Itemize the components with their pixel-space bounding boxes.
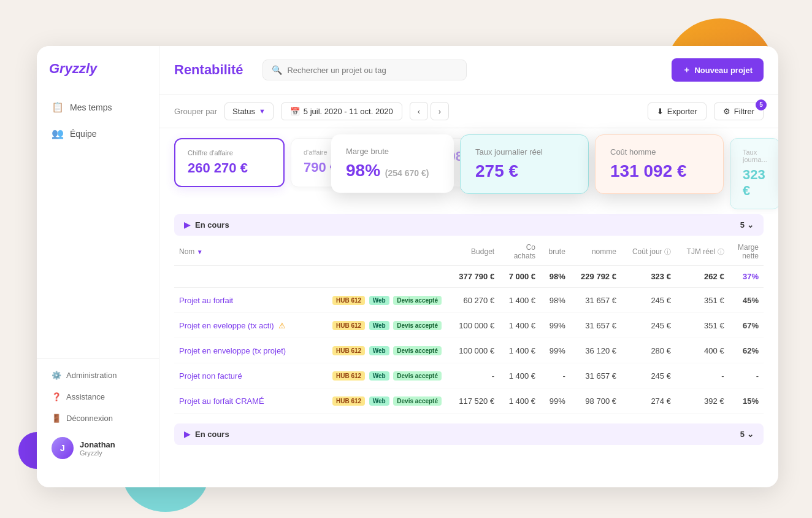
project-link[interactable]: Projet au forfait xyxy=(179,296,233,305)
summary-cout-homme: 229 792 € xyxy=(570,266,621,288)
cout-jour: 245 € xyxy=(621,313,676,338)
group-label: En cours xyxy=(195,430,229,439)
tag-devis: Devis accepté xyxy=(393,321,442,330)
group-arrow-icon: ▶ xyxy=(184,220,190,230)
next-arrow-button[interactable]: › xyxy=(431,102,449,120)
kpi-taux-value: 323 € xyxy=(743,167,767,199)
sidebar-bottom: ⚙️ Administration ❓ Assistance 🚪 Déconne… xyxy=(37,358,159,473)
date-range-value: 5 juil. 2020 - 11 oct. 2020 xyxy=(304,107,393,116)
sidebar-item-assistance[interactable]: ❓ Assistance xyxy=(44,388,151,406)
calendar-icon: 📅 xyxy=(290,107,300,116)
filter-label: Filtrer xyxy=(734,107,754,116)
help-icon: ❓ xyxy=(52,392,61,401)
marge-nette: 62% xyxy=(729,338,764,363)
group-en-cours-2[interactable]: ▶ En cours 5 ⌄ xyxy=(174,423,764,445)
deconnexion-label: Déconnexion xyxy=(66,414,113,423)
budget: 117 520 € xyxy=(448,388,499,414)
project-link[interactable]: Projet en enveloppe (tx projet) xyxy=(179,346,286,355)
marge-brute: 99% xyxy=(540,313,570,338)
summary-budget: 377 790 € xyxy=(448,266,499,288)
group-by-dropdown[interactable]: Status ▼ xyxy=(224,102,274,120)
user-name: Jonathan xyxy=(80,440,115,449)
sidebar-item-administration[interactable]: ⚙️ Administration xyxy=(44,366,151,384)
summary-tjm: 262 € xyxy=(676,266,729,288)
group-en-cours-1[interactable]: ▶ En cours 5 ⌄ xyxy=(174,214,764,236)
kpi-card-taux-partial: Taux journa... 323 € xyxy=(730,138,778,209)
chevron-down-icon: ▼ xyxy=(259,107,266,115)
page-title: Rentabilité xyxy=(174,62,243,78)
search-bar: 🔍 xyxy=(262,60,466,80)
project-link[interactable]: Projet au forfait CRAMÉ xyxy=(179,396,264,406)
sort-icon: ▼ xyxy=(197,249,203,255)
kpi-ca-label: Chiffre d'affaire xyxy=(188,149,271,157)
sidebar-item-equipe-label: Équipe xyxy=(70,129,97,139)
col-header-cout-homme: nomme xyxy=(570,238,621,266)
tag-web: Web xyxy=(369,321,389,330)
budget: 100 000 € xyxy=(448,313,499,338)
tag-hub: HUB 612 xyxy=(332,371,365,381)
info-icon[interactable]: ⓘ xyxy=(664,248,671,255)
marge-nette: - xyxy=(729,363,764,388)
tag-hub: HUB 612 xyxy=(332,296,365,305)
popup-cout-homme: Coût homme 131 092 € xyxy=(595,134,724,194)
export-label: Exporter xyxy=(667,107,697,116)
summary-achats: 7 000 € xyxy=(499,266,540,288)
filter-button[interactable]: ⚙ Filtrer 5 xyxy=(714,102,764,120)
budget: 100 000 € xyxy=(448,338,499,363)
achats: 1 400 € xyxy=(499,363,540,388)
project-link[interactable]: Projet en eveloppe (tx acti) xyxy=(179,321,274,330)
cout-homme: 31 657 € xyxy=(570,313,621,338)
group-count: 5 ⌄ xyxy=(740,220,754,230)
col-header-achats: Coachats xyxy=(499,238,540,266)
sidebar-item-equipe[interactable]: 👥 Équipe xyxy=(44,122,151,145)
assistance-label: Assistance xyxy=(66,392,105,401)
kpi-area: Chiffre d'affaire 260 270 € d'affaire 79… xyxy=(159,128,778,214)
tag-web: Web xyxy=(369,296,389,305)
toolbar: Grouper par Status ▼ 📅 5 juil. 2020 - 11… xyxy=(159,95,778,128)
table-area: ▶ En cours 5 ⌄ Nom ▼ Budget Coachats xyxy=(159,214,778,487)
project-link[interactable]: Projet non facturé xyxy=(179,371,242,381)
tjm: 351 € xyxy=(676,313,729,338)
search-input[interactable] xyxy=(287,66,457,75)
sidebar: Gryzzly 📋 Mes temps 👥 Équipe ⚙️ Administ… xyxy=(37,46,159,487)
budget: - xyxy=(448,363,499,388)
tjm-reel-label: Taux journalier réel xyxy=(475,147,573,157)
marge-nette: 45% xyxy=(729,288,764,313)
app-logo: Gryzzly xyxy=(49,61,97,76)
avatar: J xyxy=(52,437,74,459)
group-by-label: Grouper par xyxy=(174,107,217,116)
cout-jour: 245 € xyxy=(621,363,676,388)
user-info: Jonathan Gryzzly xyxy=(80,440,115,457)
tag-devis: Devis accepté xyxy=(393,346,442,355)
summary-marge-brute: 98% xyxy=(540,266,570,288)
sidebar-item-mes-temps[interactable]: 📋 Mes temps xyxy=(44,95,151,119)
export-icon: ⬇ xyxy=(657,107,664,116)
date-range-button[interactable]: 📅 5 juil. 2020 - 11 oct. 2020 xyxy=(281,102,402,120)
marge-brute-value: 98% (254 670 €) xyxy=(346,161,439,180)
cout-homme: 36 120 € xyxy=(570,338,621,363)
tag-devis: Devis accepté xyxy=(393,371,442,381)
user-row: J Jonathan Gryzzly xyxy=(44,431,151,465)
group-arrow-icon: ▶ xyxy=(184,430,190,439)
prev-arrow-button[interactable]: ‹ xyxy=(410,102,428,120)
sidebar-item-deconnexion[interactable]: 🚪 Déconnexion xyxy=(44,409,151,427)
user-company: Gryzzly xyxy=(80,449,115,457)
info-icon[interactable]: ⓘ xyxy=(718,248,724,255)
popup-marge-brute: Marge brute 98% (254 670 €) xyxy=(331,134,454,193)
export-button[interactable]: ⬇ Exporter xyxy=(648,102,707,120)
tag-hub: HUB 612 xyxy=(332,321,365,330)
tjm: 351 € xyxy=(676,288,729,313)
col-header-budget: Budget xyxy=(448,238,499,266)
new-project-button[interactable]: ＋ Nouveau projet xyxy=(672,58,764,82)
col-header-tags xyxy=(312,238,448,266)
plus-icon: ＋ xyxy=(683,64,691,75)
tag-devis: Devis accepté xyxy=(393,396,442,406)
col-header-name[interactable]: Nom ▼ xyxy=(174,238,312,266)
chevron-down-icon: ⌄ xyxy=(747,220,754,230)
tag-devis: Devis accepté xyxy=(393,296,442,305)
tjm-reel-value: 275 € xyxy=(475,161,573,181)
achats: 1 400 € xyxy=(499,288,540,313)
popup-tjm-reel: Taux journalier réel 275 € xyxy=(460,134,589,194)
summary-row: 377 790 € 7 000 € 98% 229 792 € 323 € 26… xyxy=(174,266,764,288)
marge-brute: 99% xyxy=(540,338,570,363)
